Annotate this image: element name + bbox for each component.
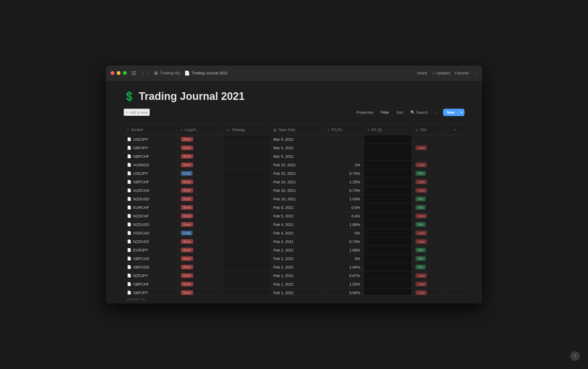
table-row[interactable]: 📄 AUDCAD Short Feb 10, 2021 0.73% Loss <box>123 186 465 195</box>
cell-extra <box>446 220 464 229</box>
col-strategy: ◎ Strategy <box>223 125 270 135</box>
table-row[interactable]: 📄 GBPCHF Short Mar 5, 2021 <box>123 152 465 161</box>
properties-button[interactable]: Properties <box>354 109 376 116</box>
cell-extra <box>446 135 464 144</box>
cell-pl-gbp <box>364 178 412 186</box>
search-icon: 🔍 <box>410 110 415 115</box>
table-row[interactable]: 📄 GBPUSD Short Feb 2, 2021 1.94% Win <box>123 263 465 271</box>
cell-direction: Short <box>177 195 223 203</box>
table-row[interactable]: 📄 USDJPY Long Feb 15, 2021 0.75% Win <box>123 169 465 178</box>
add-view-button[interactable]: + Add a view <box>123 108 150 116</box>
col-wl: ◎ W/L <box>412 125 446 135</box>
cell-direction: Short <box>177 144 223 152</box>
sidebar-toggle-button[interactable] <box>131 71 136 75</box>
cell-wl: Win <box>412 195 446 203</box>
new-button-dropdown[interactable]: ▾ <box>458 109 465 115</box>
table-row[interactable]: 📄 NZDUSD Short Feb 10, 2021 1.63% Win <box>123 195 465 203</box>
cell-extra <box>446 152 464 161</box>
search-button[interactable]: 🔍 Search <box>408 109 431 116</box>
cell-strategy <box>223 186 270 195</box>
cell-open-date: Mar 5, 2021 <box>270 144 324 152</box>
doc-icon: 📄 <box>127 248 131 252</box>
table-row[interactable]: 📄 USDJPY Short Mar 5, 2021 <box>123 135 465 144</box>
cell-pl-gbp <box>364 186 412 195</box>
cell-symbol: 📄 GBPJPY <box>123 144 177 152</box>
wl-badge: Loss <box>415 145 427 150</box>
cell-wl: Win <box>412 254 446 263</box>
table-row[interactable]: 📄 NZDJPY Short Feb 1, 2021 0.67% Loss <box>123 271 465 280</box>
doc-icon: 📄 <box>127 231 131 235</box>
cell-pl-gbp <box>364 289 412 295</box>
breadcrumb-icon-2: 📄 <box>184 71 190 76</box>
minimize-button[interactable] <box>117 71 121 75</box>
breadcrumb-item-2[interactable]: Trading Journal 2021 <box>192 71 228 75</box>
table-row[interactable]: 📄 USDCAD Long Feb 4, 2021 0% Loss <box>123 229 465 237</box>
doc-icon: 📄 <box>127 205 131 209</box>
trading-table: ≡ Symbol ≡ Long/S... ◎ Strategy ▦ <box>123 125 465 295</box>
cell-pl-pct: 3% <box>324 254 364 263</box>
more-options-button[interactable]: ··· <box>473 71 477 75</box>
table-row[interactable]: 📄 GBPCHF Short Feb 10, 2021 1.25% Loss <box>123 178 465 186</box>
cell-symbol: 📄 NZDCHF <box>123 212 177 220</box>
help-button[interactable]: ? <box>570 351 580 361</box>
wl-badge: Loss <box>415 214 427 218</box>
table-row[interactable]: 📄 EURJPY Short Feb 2, 2021 1.89% Win <box>123 246 465 254</box>
table-row[interactable]: 📄 GBPCAD Short Feb 2, 2021 3% Win <box>123 254 465 263</box>
cell-pl-pct: 1.94% <box>324 263 364 271</box>
cell-direction: Short <box>177 135 223 144</box>
breadcrumb-item-1[interactable]: Trading HQ <box>160 71 180 75</box>
doc-icon: 📄 <box>127 137 131 141</box>
updates-button[interactable]: ✓ Updates <box>432 71 450 75</box>
cell-pl-gbp <box>364 263 412 271</box>
cell-pl-gbp <box>364 169 412 178</box>
table-row[interactable]: 📄 GBPJPY Short Feb 1, 2021 0.94% Loss <box>123 289 465 295</box>
close-button[interactable] <box>111 71 114 75</box>
table-row[interactable]: 📄 EURCHF Short Feb 9, 2021 0.5% Win <box>123 203 465 212</box>
toolbar: + Add a view Properties Filter Sort 🔍 Se… <box>123 108 465 116</box>
cell-direction: Short <box>177 280 223 289</box>
filter-button[interactable]: Filter <box>378 109 392 116</box>
cell-strategy <box>223 135 270 144</box>
table-row[interactable]: 📄 NZDCHF Short Feb 5, 2021 0.4% Loss <box>123 212 465 220</box>
cell-extra <box>446 263 464 271</box>
sort-button[interactable]: Sort <box>394 109 406 116</box>
table-row[interactable]: 📄 NZDUSD Short Feb 4, 2021 1.88% Win <box>123 220 465 229</box>
cell-symbol: 📄 AUDCAD <box>123 186 177 195</box>
cell-symbol: 📄 GBPUSD <box>123 263 177 271</box>
cell-open-date: Feb 4, 2021 <box>270 229 324 237</box>
col-longshort: ≡ Long/S... <box>177 125 223 135</box>
cell-pl-gbp <box>364 135 412 144</box>
cell-direction: Short <box>177 254 223 263</box>
cell-wl: Loss <box>412 161 446 169</box>
fullscreen-button[interactable] <box>123 71 127 75</box>
direction-badge: Short <box>181 205 193 210</box>
wl-badge: Win <box>415 205 426 210</box>
table-header-row: ≡ Symbol ≡ Long/S... ◎ Strategy ▦ <box>123 125 465 135</box>
back-button[interactable]: ‹ <box>141 70 145 76</box>
table-container[interactable]: ≡ Symbol ≡ Long/S... ◎ Strategy ▦ <box>123 125 465 295</box>
doc-icon: 📄 <box>127 239 131 244</box>
cell-symbol: 📄 GBPCHF <box>123 178 177 186</box>
cell-wl: Loss <box>412 144 446 152</box>
table-row[interactable]: 📄 GBPCHF Short Feb 1, 2021 1.05% Loss <box>123 280 465 289</box>
cell-extra <box>446 203 464 212</box>
forward-button[interactable]: › <box>147 70 151 76</box>
cell-wl: Loss <box>412 229 446 237</box>
cell-open-date: Feb 10, 2021 <box>270 186 324 195</box>
table-row[interactable]: 📄 NZDUSD Short Feb 2, 2021 0.74% Loss <box>123 237 465 246</box>
share-button[interactable]: Share <box>417 71 427 75</box>
cell-pl-pct: 0.67% <box>324 271 364 280</box>
col-pl-pct: # P/L(%) <box>324 125 364 135</box>
wl-badge: Loss <box>415 290 427 295</box>
table-row[interactable]: 📄 AUDNZD Short Feb 15, 2021 1% Loss <box>123 161 465 169</box>
titlebar: ‹ › 🏛 Trading HQ / 📄 Trading Journal 202… <box>106 66 482 81</box>
more-toolbar-button[interactable]: ··· <box>433 109 441 116</box>
new-button[interactable]: New ▾ <box>443 109 465 116</box>
direction-badge: Long <box>181 171 193 176</box>
add-column-button[interactable]: + <box>446 125 464 135</box>
favorite-button[interactable]: Favorite <box>455 71 469 75</box>
cell-symbol: 📄 GBPCAD <box>123 254 177 263</box>
cell-open-date: Feb 1, 2021 <box>270 271 324 280</box>
cell-strategy <box>223 203 270 212</box>
table-row[interactable]: 📄 GBPJPY Short Mar 5, 2021 Loss <box>123 144 465 152</box>
